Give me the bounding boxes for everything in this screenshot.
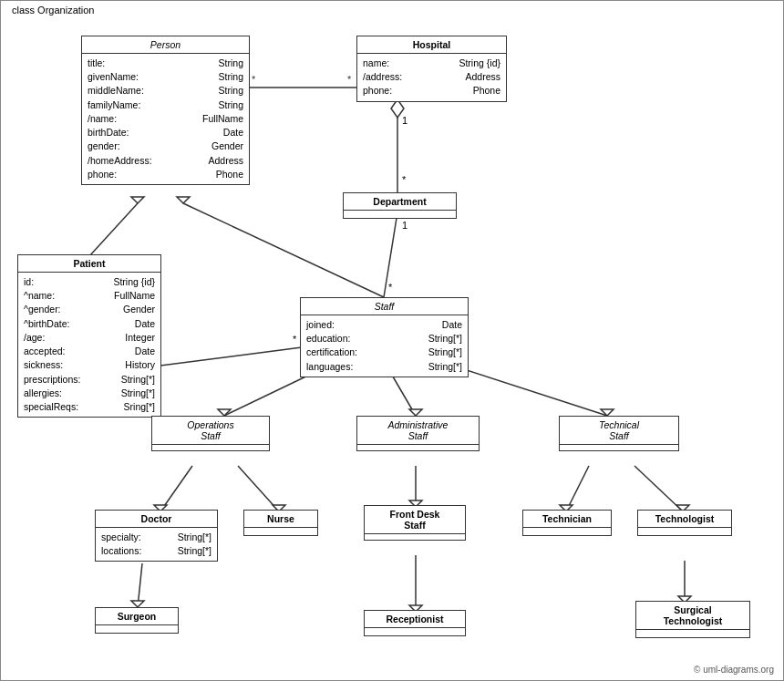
class-administrative-staff-body [357,445,479,450]
svg-marker-6 [177,197,190,203]
class-department-body [344,211,456,218]
class-surgical-technologist-body [636,630,749,637]
class-patient-header: Patient [18,255,160,273]
class-technologist-header: Technologist [638,511,731,528]
class-receptionist-header: Receptionist [365,611,465,628]
class-technical-staff: TechnicalStaff [559,416,679,451]
class-technical-staff-body [560,445,678,450]
class-patient: Patient id:String {id} ^name:FullName ^g… [17,254,161,418]
svg-line-22 [238,466,279,511]
class-surgeon-body [96,625,178,633]
uml-diagram: class Organization * * 1 * 1 * [0,0,784,681]
class-technician: Technician [522,510,612,536]
class-nurse-body [244,528,317,535]
class-doctor-header: Doctor [96,511,217,528]
svg-marker-17 [409,409,422,416]
class-technician-header: Technician [523,511,611,528]
class-surgical-technologist-header: SurgicalTechnologist [636,602,749,630]
class-operations-staff-header: OperationsStaff [152,417,269,445]
class-hospital-header: Hospital [357,36,506,54]
svg-marker-31 [131,601,144,607]
class-person-body: title:String givenName:String middleName… [82,54,249,184]
svg-line-11 [384,212,397,297]
class-nurse: Nurse [243,510,318,536]
svg-marker-19 [601,409,614,416]
class-operations-staff: OperationsStaff [151,416,270,451]
class-hospital: Hospital name:String {id} /address:Addre… [356,36,507,102]
class-doctor: Doctor specialty:String[*] locations:Str… [95,510,218,562]
class-receptionist-body [365,628,465,635]
class-person: Person title:String givenName:String mid… [81,36,250,185]
class-staff-header: Staff [301,298,468,315]
class-department: Department [343,192,457,219]
svg-line-28 [634,466,683,511]
svg-text:*: * [347,74,352,85]
class-staff-body: joined:Date education:String[*] certific… [301,315,468,377]
class-surgeon: Surgeon [95,607,179,634]
class-front-desk-staff-header: Front DeskStaff [365,506,465,534]
copyright-text: © uml-diagrams.org [694,665,774,675]
class-administrative-staff-header: AdministrativeStaff [357,417,479,445]
svg-marker-4 [131,197,144,203]
class-surgeon-header: Surgeon [96,608,178,625]
class-patient-body: id:String {id} ^name:FullName ^gender:Ge… [18,273,160,417]
svg-line-26 [566,466,589,511]
svg-line-3 [89,203,138,256]
class-hospital-body: name:String {id} /address:Address phone:… [357,54,506,101]
class-nurse-header: Nurse [244,511,317,528]
svg-text:*: * [293,334,297,345]
class-technical-staff-header: TechnicalStaff [560,417,678,445]
svg-text:*: * [388,282,393,293]
svg-text:1: 1 [402,220,407,231]
svg-text:*: * [252,74,256,85]
svg-line-30 [138,563,142,607]
class-receptionist: Receptionist [364,610,466,636]
class-department-header: Department [344,193,456,211]
diagram-title: class Organization [8,5,98,15]
class-doctor-body: specialty:String[*] locations:String[*] [96,528,217,561]
class-front-desk-staff: Front DeskStaff [364,505,466,541]
svg-marker-8 [391,99,404,118]
class-operations-staff-body [152,445,269,450]
class-administrative-staff: AdministrativeStaff [356,416,480,451]
class-surgical-technologist: SurgicalTechnologist [635,601,750,638]
class-technologist: Technologist [637,510,732,536]
class-front-desk-staff-body [365,534,465,540]
class-technologist-body [638,528,731,535]
svg-text:1: 1 [402,115,407,126]
svg-marker-15 [218,409,231,416]
class-technician-body [523,528,611,535]
class-staff: Staff joined:Date education:String[*] ce… [300,297,469,377]
svg-text:*: * [402,174,407,185]
class-person-header: Person [82,36,249,54]
svg-line-20 [160,466,192,511]
